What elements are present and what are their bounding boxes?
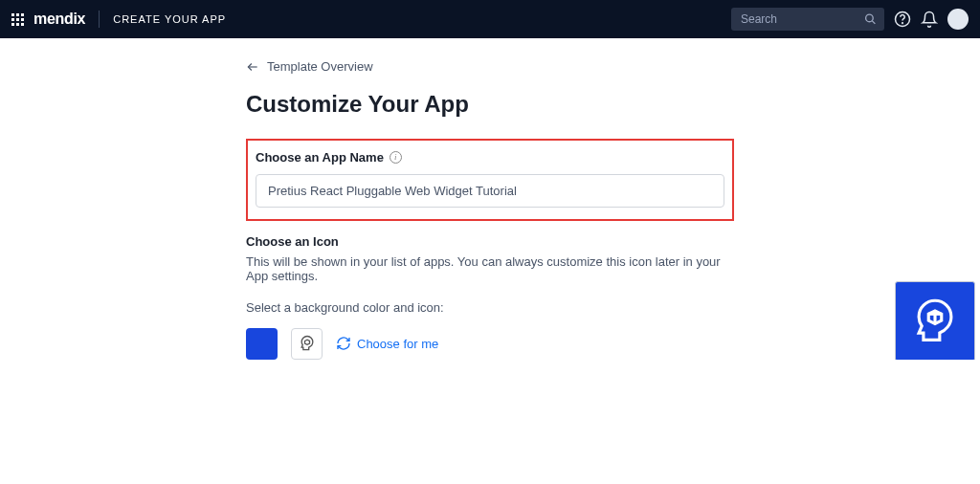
search-input[interactable]	[731, 8, 884, 31]
avatar[interactable]	[947, 9, 969, 30]
back-link[interactable]: Template Overview	[246, 59, 373, 74]
icon-choice[interactable]	[291, 328, 323, 360]
choose-for-me-label: Choose for me	[357, 337, 438, 351]
refresh-icon	[336, 336, 351, 351]
app-name-label-row: Choose an App Name i	[256, 150, 724, 165]
apps-grid-icon[interactable]	[11, 13, 24, 26]
icon-preview-wrap	[895, 281, 975, 360]
page-subtitle: CREATE YOUR APP	[113, 13, 226, 25]
icon-section-desc: This will be shown in your list of apps.…	[246, 254, 734, 283]
app-name-label: Choose an App Name	[256, 150, 384, 165]
icon-preview	[895, 281, 975, 360]
page-title: Customize Your App	[246, 91, 734, 118]
app-name-input[interactable]	[256, 174, 724, 208]
arrow-left-icon	[246, 60, 259, 74]
topbar: mendix CREATE YOUR APP	[0, 0, 980, 38]
help-icon[interactable]	[894, 11, 911, 28]
bell-icon[interactable]	[921, 11, 938, 28]
app-name-section: Choose an App Name i	[246, 139, 734, 221]
choose-for-me-link[interactable]: Choose for me	[336, 336, 438, 351]
svg-point-0	[866, 14, 874, 22]
icon-select-text: Select a background color and icon:	[246, 300, 734, 315]
search-icon[interactable]	[864, 13, 877, 26]
back-label: Template Overview	[267, 59, 373, 74]
icon-section-label: Choose an Icon	[246, 234, 734, 249]
head-cube-icon	[907, 294, 963, 349]
brand-logo: mendix	[33, 11, 85, 28]
svg-line-1	[872, 21, 875, 24]
color-swatch[interactable]	[246, 328, 278, 360]
info-icon[interactable]: i	[390, 151, 402, 164]
main-content: Template Overview Customize Your App Cho…	[236, 59, 744, 360]
head-cube-icon	[298, 334, 317, 353]
divider	[99, 11, 100, 28]
search-wrap	[731, 8, 884, 31]
svg-point-3	[902, 23, 903, 24]
icon-picker-row: Choose for me	[246, 328, 734, 360]
